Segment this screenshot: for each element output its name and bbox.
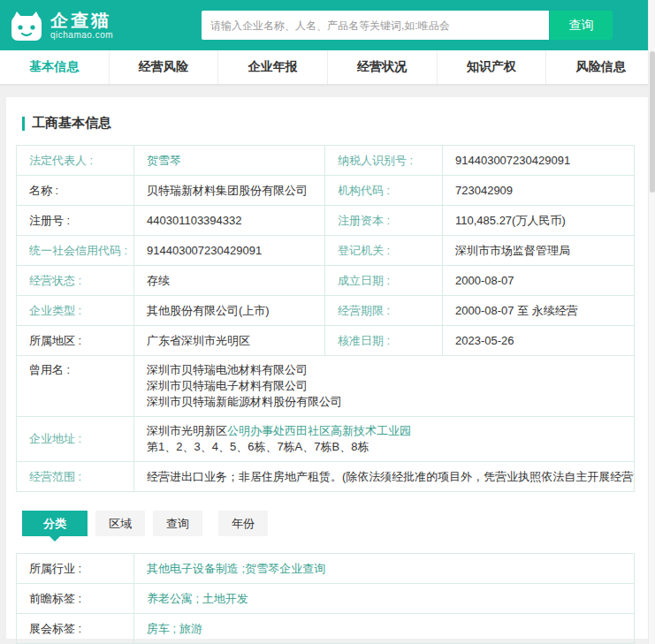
field-label-legal-rep[interactable]: 法定代表人 :: [17, 146, 134, 175]
app-header: 企查猫 qichamao.com 查询: [0, 0, 655, 50]
tab-basic-info[interactable]: 基本信息: [0, 50, 110, 84]
section-title-text: 工商基本信息: [32, 115, 111, 132]
table-row: 所属地区 : 广东省深圳市光明区 核准日期 : 2023-05-26: [17, 326, 634, 356]
tab-risk-info[interactable]: 风险信息: [546, 50, 655, 84]
field-value: 深圳市市场监督管理局: [443, 236, 634, 265]
tab-intellectual-property[interactable]: 知识产权: [438, 50, 547, 84]
field-value: 广东省深圳市光明区: [134, 326, 325, 355]
filter-tab-region[interactable]: 区域: [95, 511, 145, 536]
tag-links-industry[interactable]: 其他电子设备制造 ;贺雪琴企业查询: [147, 561, 325, 577]
field-label-company-type[interactable]: 企业类型 :: [17, 296, 134, 325]
tags-row-exhibition: 展会标签 : 房车 ; 旅游: [17, 614, 634, 644]
field-value: 贺雪琴: [134, 146, 325, 175]
filter-tab-category[interactable]: 分类: [22, 511, 88, 536]
field-label-reg-number: 注册号 :: [17, 206, 134, 235]
tags-label-forward: 前瞻标签 :: [17, 584, 134, 613]
table-row: 经营状态 : 存续 成立日期 : 2000-08-07: [17, 266, 634, 296]
field-label-taxpayer-id[interactable]: 纳税人识别号 :: [325, 146, 443, 175]
field-value-business-scope: 经营进出口业务；非居住房地产租赁。(除依法须经批准的项目外，凭营业执照依法自主开…: [134, 462, 634, 491]
tags-value: 房车 ; 旅游: [134, 614, 634, 643]
main-panel: 工商基本信息 法定代表人 : 贺雪琴 纳税人识别号 : 914403007230…: [6, 97, 648, 639]
logo-domain: qichamao.com: [50, 30, 113, 40]
field-label-business-term[interactable]: 经营期限 :: [325, 296, 443, 325]
table-row-business-scope: 经营范围 : 经营进出口业务；非居住房地产租赁。(除依法须经批准的项目外，凭营业…: [17, 462, 634, 492]
tags-label-exhibition: 展会标签 :: [17, 614, 134, 643]
table-row: 法定代表人 : 贺雪琴 纳税人识别号 : 914403007230429091: [17, 146, 634, 176]
tags-label-industry: 所属行业 :: [17, 554, 134, 583]
tags-value: 其他电子设备制造 ;贺雪琴企业查询: [134, 554, 634, 583]
section-accent-bar: [22, 117, 25, 131]
field-label-credit-code[interactable]: 统一社会信用代码 :: [17, 236, 134, 265]
tab-business-risk[interactable]: 经营风险: [110, 50, 219, 84]
table-row: 注册号 : 440301103394332 注册资本 : 110,485.27(…: [17, 206, 634, 236]
filter-tab-year[interactable]: 年份: [218, 511, 268, 536]
table-row: 统一社会信用代码 : 914403007230429091 登记机关 : 深圳市…: [17, 236, 634, 266]
header-search: 查询: [202, 11, 613, 40]
legal-rep-link[interactable]: 贺雪琴: [147, 153, 181, 169]
former-name-line: 深圳市贝特瑞新能源材料股份有限公司: [147, 394, 628, 410]
field-label-region: 所属地区 :: [17, 326, 134, 355]
qichamao-logo[interactable]: 企查猫 qichamao.com: [9, 8, 202, 43]
field-value: 2000-08-07: [443, 266, 634, 295]
field-value: 其他股份有限公司(上市): [134, 296, 325, 325]
page-scrollbar[interactable]: [648, 0, 655, 644]
address-suffix: 第1、2、3、4、5、6栋、7栋A、7栋B、8栋: [147, 439, 369, 455]
tags-row-industry: 所属行业 : 其他电子设备制造 ;贺雪琴企业查询: [17, 554, 634, 584]
field-value: 2023-05-26: [443, 326, 634, 355]
table-row: 企业类型 : 其他股份有限公司(上市) 经营期限 : 2000-08-07 至 …: [17, 296, 634, 326]
field-value: 914403007230429091: [134, 236, 325, 265]
tags-value: 养老公寓 ; 土地开发: [134, 584, 634, 613]
field-label-company-name: 名称 :: [17, 176, 134, 205]
tag-links-forward[interactable]: 养老公寓 ; 土地开发: [147, 591, 248, 607]
address-link[interactable]: 公明办事处西田社区高新技术工业园: [227, 423, 411, 439]
tab-annual-report[interactable]: 企业年报: [218, 50, 328, 84]
logo-title: 企查猫: [50, 11, 113, 30]
former-name-line: 深圳市贝特瑞电池材料有限公司: [147, 362, 628, 378]
field-label-founded-date[interactable]: 成立日期 :: [325, 266, 443, 295]
field-label-status[interactable]: 经营状态 :: [17, 266, 134, 295]
cat-logo-icon: [9, 8, 44, 43]
field-value: 存续: [134, 266, 325, 295]
table-row: 名称 : 贝特瑞新材料集团股份有限公司 机构代码 : 723042909: [17, 176, 634, 206]
search-input[interactable]: [202, 11, 549, 40]
field-label-address[interactable]: 企业地址 :: [17, 417, 134, 461]
field-value-former-names: 深圳市贝特瑞电池材料有限公司 深圳市贝特瑞电子材料有限公司 深圳市贝特瑞新能源材…: [134, 356, 634, 416]
field-label-business-scope[interactable]: 经营范围 :: [17, 462, 134, 491]
section-title: 工商基本信息: [22, 115, 637, 132]
field-value: 723042909: [443, 176, 634, 205]
table-row-address: 企业地址 : 深圳市光明新区公明办事处西田社区高新技术工业园第1、2、3、4、5…: [17, 417, 634, 462]
search-button[interactable]: 查询: [550, 11, 613, 40]
tags-table: 所属行业 : 其他电子设备制造 ;贺雪琴企业查询 前瞻标签 : 养老公寓 ; 土…: [16, 553, 635, 644]
scrollbar-thumb[interactable]: [650, 51, 655, 193]
field-value: 2000-08-07 至 永续经营: [443, 296, 634, 325]
field-label-approval-date[interactable]: 核准日期 :: [325, 326, 443, 355]
filter-tab-query[interactable]: 查询: [153, 511, 202, 536]
field-value: 110,485.27(万人民币): [443, 206, 634, 235]
nav-tab-bar: 基本信息 经营风险 企业年报 经营状况 知识产权 风险信息: [0, 50, 655, 85]
filter-tab-bar: 分类 区域 查询 年份: [22, 511, 637, 536]
field-label-former-names: 曾用名 :: [17, 356, 134, 416]
address-prefix: 深圳市光明新区: [147, 423, 227, 439]
former-name-line: 深圳市贝特瑞电子材料有限公司: [147, 378, 628, 394]
tags-row-forward: 前瞻标签 : 养老公寓 ; 土地开发: [17, 584, 634, 614]
field-value: 440301103394332: [134, 206, 325, 235]
field-value: 贝特瑞新材料集团股份有限公司: [134, 176, 325, 205]
field-label-reg-authority[interactable]: 登记机关 :: [325, 236, 443, 265]
tab-operating-status[interactable]: 经营状况: [328, 50, 438, 84]
field-label-reg-capital[interactable]: 注册资本 :: [325, 206, 443, 235]
field-value: 914403007230429091: [443, 146, 634, 175]
field-label-org-code[interactable]: 机构代码 :: [325, 176, 443, 205]
field-value-address: 深圳市光明新区公明办事处西田社区高新技术工业园第1、2、3、4、5、6栋、7栋A…: [134, 417, 634, 461]
business-info-table: 法定代表人 : 贺雪琴 纳税人识别号 : 914403007230429091 …: [16, 145, 635, 492]
table-row-former-names: 曾用名 : 深圳市贝特瑞电池材料有限公司 深圳市贝特瑞电子材料有限公司 深圳市贝…: [17, 356, 634, 417]
tag-links-exhibition[interactable]: 房车 ; 旅游: [147, 621, 202, 637]
